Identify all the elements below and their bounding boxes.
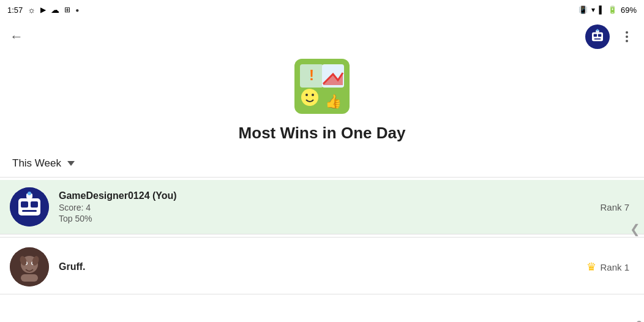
svg-rect-1 (592, 32, 603, 41)
status-bar: 1:57 ☼ ▶ ☁ ⊞ ● 📳 ▾ ▌ 🔋 69% (0, 0, 644, 20)
game-icon: ! 👍 (294, 59, 350, 114)
divider-top (0, 177, 644, 178)
player-rank-pct-current: Top 50% (59, 214, 600, 223)
avatar[interactable] (585, 24, 610, 49)
battery-icon: 🔋 (608, 6, 617, 14)
battery-percent: 69% (621, 6, 637, 15)
dot1 (626, 31, 628, 34)
svg-text:!: ! (309, 67, 314, 83)
svg-rect-19 (31, 201, 38, 208)
divider-row1 (0, 237, 644, 238)
svg-point-22 (28, 192, 31, 195)
wifi-icon: ▾ (591, 6, 595, 14)
svg-rect-2 (594, 34, 597, 37)
dot2 (626, 36, 628, 38)
vibrate-icon: 📳 (578, 6, 588, 14)
rank-badge-current: Rank 7 (600, 202, 634, 212)
svg-text:👍: 👍 (325, 93, 342, 110)
status-right: 📳 ▾ ▌ 🔋 69% (578, 6, 637, 15)
svg-point-6 (596, 29, 599, 31)
player-info-gruff: Gruff. (59, 261, 586, 272)
player-name-current: GameDesigner0124 (You) (59, 190, 600, 201)
back-button[interactable]: ← (10, 29, 23, 45)
player-avatar-gruff (10, 247, 49, 286)
svg-point-14 (312, 94, 314, 96)
rank-container-gruff: ♛ Rank 1 (586, 260, 634, 274)
time-display: 1:57 (7, 6, 23, 15)
dot3 (626, 40, 628, 42)
youtube-icon: ▶ (40, 6, 46, 14)
player-row-gruff: Gruff. ♛ Rank 1 (0, 240, 644, 294)
svg-rect-3 (598, 34, 601, 37)
toolbar: ← (0, 20, 644, 54)
grid-icon: ⊞ (64, 6, 70, 14)
player-score-current: Score: 4 (59, 203, 600, 212)
chevron-collapse-button[interactable]: ❮ (626, 214, 644, 244)
player-info-current: GameDesigner0124 (You) Score: 4 Top 50% (59, 190, 600, 223)
filter-row: This Week (0, 152, 644, 174)
cloud-icon: ☁ (51, 5, 59, 15)
toolbar-right (585, 24, 634, 49)
signal-icon: ▌ (599, 6, 604, 14)
dot-icon: ● (75, 7, 79, 13)
rank-badge-gruff: Rank 1 (600, 262, 634, 272)
svg-rect-18 (21, 201, 28, 208)
svg-rect-31 (21, 274, 38, 282)
svg-point-12 (301, 89, 318, 106)
svg-point-13 (305, 94, 308, 96)
filter-dropdown-button[interactable] (67, 161, 75, 166)
player-name-gruff: Gruff. (59, 261, 586, 272)
leaderboard-list: GameDesigner0124 (You) Score: 4 Top 50% … (0, 180, 644, 294)
player-row-current-user: GameDesigner0124 (You) Score: 4 Top 50% … (0, 180, 644, 234)
svg-rect-20 (22, 210, 37, 212)
svg-rect-4 (594, 39, 601, 40)
player-avatar-current (10, 187, 49, 227)
game-header: ! 👍 Most Wins in One Day (0, 54, 644, 152)
filter-label: This Week (12, 157, 61, 170)
more-menu-button[interactable] (620, 29, 634, 44)
crown-icon: ♛ (586, 260, 596, 274)
game-title: Most Wins in One Day (239, 124, 406, 143)
status-left: 1:57 ☼ ▶ ☁ ⊞ ● (7, 5, 79, 15)
brightness-icon: ☼ (28, 5, 36, 15)
